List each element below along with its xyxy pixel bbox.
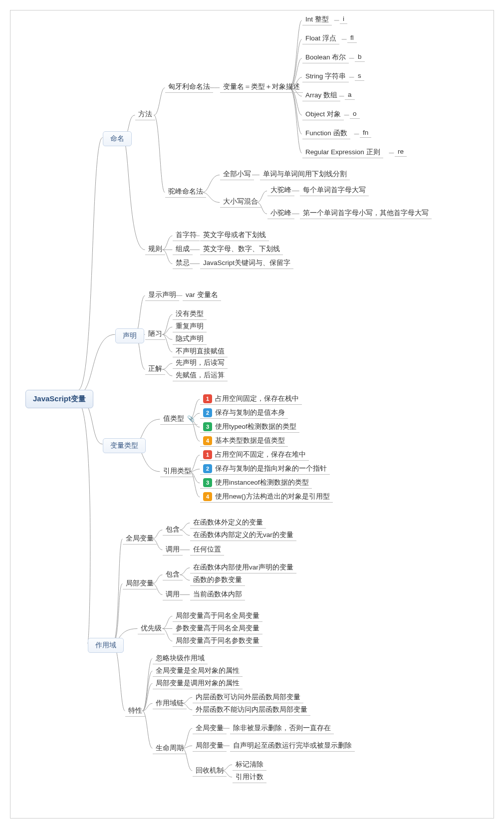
hungarian-desc: 变量名＝类型＋对象描述 bbox=[220, 81, 303, 93]
type-val-3: 3使用typeof检测数据的类型 bbox=[200, 421, 299, 433]
naming-rule: 规则 bbox=[145, 244, 165, 255]
camel-all-lower: 全部小写 bbox=[220, 169, 254, 180]
scope-local: 局部变量 bbox=[123, 578, 157, 589]
scope-feat-2: 全局变量是全局对象的属性 bbox=[153, 665, 243, 677]
scope-prio-1: 局部变量高于同名全局变量 bbox=[173, 610, 262, 622]
rule-first-desc: 英文字母或者下划线 bbox=[200, 230, 269, 241]
hun-object: Object 对象 bbox=[302, 109, 344, 120]
camel-mixed: 大小写混合 bbox=[220, 196, 261, 208]
scope-feature: 特性 bbox=[125, 705, 145, 717]
scope-global-call-1: 任何位置 bbox=[190, 544, 224, 556]
type-value-label: 值类型 bbox=[163, 415, 184, 422]
scope-life-global: 全局变量 bbox=[193, 723, 227, 734]
decl-bad-2: 重复声明 bbox=[173, 321, 207, 332]
type-ref-4: 4使用new()方法构造出的对象是引用型 bbox=[200, 491, 333, 503]
hun-function: Function 函数 bbox=[302, 128, 350, 139]
hun-int: Int 整型 bbox=[302, 14, 332, 25]
scope-local-call-1: 当前函数体内部 bbox=[190, 589, 245, 600]
rule-forbidden: 禁忌 bbox=[173, 258, 193, 269]
naming-method: 方法 bbox=[135, 109, 155, 120]
type-ref-3: 3使用instanceof检测数据的类型 bbox=[200, 477, 312, 489]
type-val-2: 2保存与复制的是值本身 bbox=[200, 407, 288, 419]
decl-good-2: 先赋值，后运算 bbox=[173, 370, 228, 381]
scope-chain-1: 内层函数可访问外层函数局部变量 bbox=[193, 692, 303, 703]
branch-declaration: 声明 bbox=[115, 328, 144, 343]
hun-object-suffix: o bbox=[350, 109, 360, 119]
type-value: 值类型📎 bbox=[160, 413, 198, 425]
decl-bad-3: 隐式声明 bbox=[173, 333, 207, 345]
scope-local-include: 包含 bbox=[163, 569, 183, 580]
scope-prio-2: 参数变量高于同名全局变量 bbox=[173, 623, 262, 634]
scope-gc: 回收机制 bbox=[193, 765, 227, 777]
hun-int-suffix: i bbox=[340, 14, 347, 24]
decl-bad-1: 没有类型 bbox=[173, 308, 207, 320]
scope-life-local-desc: 自声明起至函数运行完毕或被显示删除 bbox=[230, 740, 355, 752]
type-reference: 引用类型 bbox=[160, 466, 194, 477]
decl-explicit-desc: var 变量名 bbox=[183, 289, 221, 301]
rule-composition-desc: 英文字母、数字、下划线 bbox=[200, 244, 283, 255]
root-node: JavaScript变量 bbox=[25, 390, 93, 408]
scope-local-inc-2: 函数的参数变量 bbox=[190, 574, 245, 586]
scope-gc-1: 标记清除 bbox=[233, 759, 266, 771]
hun-bool-suffix: b bbox=[355, 52, 365, 62]
scope-life-local: 局部变量 bbox=[193, 740, 227, 752]
attachment-icon: 📎 bbox=[187, 415, 195, 422]
scope-global-inc-2: 在函数体内部定义的无var的变量 bbox=[190, 530, 296, 541]
scope-feat-1: 忽略块级作用域 bbox=[153, 653, 208, 664]
decl-bad: 陋习 bbox=[145, 328, 165, 340]
hun-string: String 字符串 bbox=[302, 71, 349, 82]
mindmap-container: JavaScript变量 命名 声明 变量类型 作用域 方法 规则 匈牙利命名法… bbox=[10, 10, 494, 819]
camel-all-lower-desc: 单词与单词间用下划线分割 bbox=[260, 169, 350, 180]
rule-first: 首字符 bbox=[173, 230, 200, 241]
scope-global-inc-1: 在函数体外定义的变量 bbox=[190, 517, 266, 529]
branch-type: 变量类型 bbox=[103, 438, 146, 453]
hungarian: 匈牙利命名法 bbox=[165, 81, 213, 93]
scope-prio-3: 局部变量高于同名参数变量 bbox=[173, 635, 262, 647]
branch-naming: 命名 bbox=[103, 131, 132, 146]
scope-lifecycle: 生命周期 bbox=[153, 743, 187, 754]
camel-small-desc: 第一个单词首字母小写，其他首字母大写 bbox=[300, 208, 432, 219]
decl-explicit: 显示声明 bbox=[145, 289, 179, 301]
scope-local-inc-1: 在函数体内部使用var声明的变量 bbox=[190, 562, 296, 573]
hun-float-suffix: fl bbox=[347, 33, 357, 43]
rule-forbidden-desc: JavaScript关键词与、保留字 bbox=[200, 258, 293, 269]
type-ref-1: 1占用空间不固定，保存在堆中 bbox=[200, 449, 309, 461]
scope-feat-3: 局部变量是调用对象的属性 bbox=[153, 678, 243, 689]
decl-good-1: 先声明，后读写 bbox=[173, 357, 228, 369]
scope-chain: 作用域链 bbox=[153, 698, 187, 709]
scope-chain-2: 外层函数不能访问内层函数局部变量 bbox=[193, 704, 310, 716]
scope-priority: 优先级 bbox=[138, 623, 165, 634]
type-ref-2: 2保存与复制的是指向对象的一个指针 bbox=[200, 463, 330, 475]
scope-global-include: 包含 bbox=[163, 524, 183, 536]
hun-array-suffix: a bbox=[345, 90, 355, 100]
scope-global: 全局变量 bbox=[123, 533, 157, 545]
scope-life-global-desc: 除非被显示删除，否则一直存在 bbox=[230, 723, 334, 734]
hun-string-suffix: s bbox=[355, 71, 364, 81]
decl-good: 正解 bbox=[145, 363, 165, 375]
camel-big: 大驼峰 bbox=[267, 185, 294, 196]
camel-big-desc: 每个单词首字母大写 bbox=[300, 185, 369, 196]
scope-local-call: 调用 bbox=[163, 589, 183, 600]
rule-composition: 组成 bbox=[173, 244, 193, 255]
hun-function-suffix: fn bbox=[360, 128, 371, 138]
type-val-4: 4基本类型数据是值类型 bbox=[200, 435, 288, 447]
scope-gc-2: 引用计数 bbox=[233, 772, 266, 783]
type-val-1: 1占用空间固定，保存在栈中 bbox=[200, 393, 302, 405]
camelcase: 驼峰命名法 bbox=[165, 186, 206, 198]
scope-global-call: 调用 bbox=[163, 544, 183, 556]
decl-bad-4: 不声明直接赋值 bbox=[173, 346, 228, 357]
camel-small: 小驼峰 bbox=[267, 208, 294, 219]
hun-regex-suffix: re bbox=[395, 147, 407, 157]
hun-array: Array 数组 bbox=[302, 90, 340, 101]
branch-scope: 作用域 bbox=[88, 638, 124, 653]
hun-float: Float 浮点 bbox=[302, 33, 339, 44]
hun-regex: Regular Expression 正则 bbox=[302, 147, 383, 158]
hun-bool: Boolean 布尔 bbox=[302, 52, 349, 63]
